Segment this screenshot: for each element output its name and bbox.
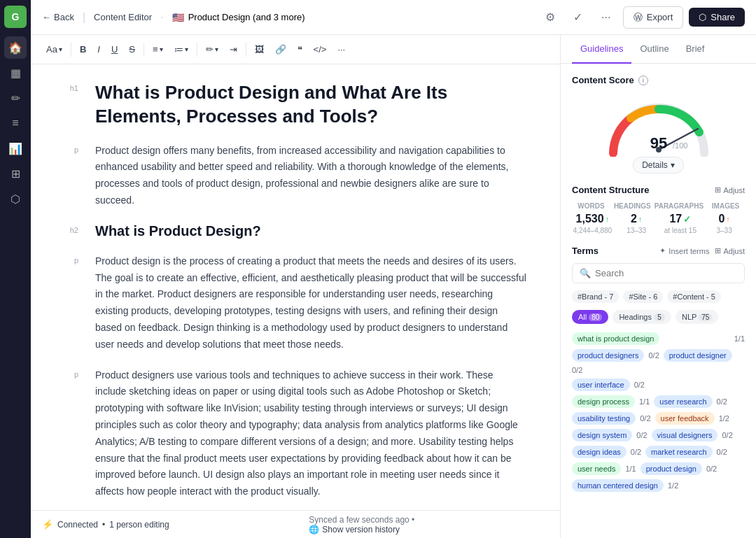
- export-button[interactable]: Ⓦ Export: [623, 6, 684, 29]
- term-tag[interactable]: design ideas: [572, 446, 626, 458]
- sidebar-item-grid[interactable]: ▦: [4, 62, 27, 84]
- svg-text:95: 95: [650, 134, 666, 152]
- p1-content[interactable]: Product design offers many benefits, fro…: [95, 143, 526, 209]
- info-icon[interactable]: i: [638, 76, 648, 85]
- bottom-bar: ⚡ Connected • 1 person editing Synced a …: [31, 510, 560, 538]
- term-row: what is product design 1/1: [572, 332, 745, 345]
- image-btn[interactable]: 🖼: [251, 40, 268, 59]
- list-btn[interactable]: ≔ ▾: [170, 40, 192, 59]
- brand-tag[interactable]: #Brand - 7: [572, 290, 619, 303]
- term-tag[interactable]: product designer: [664, 349, 732, 362]
- app-logo[interactable]: G: [4, 6, 27, 28]
- more-toolbar-btn[interactable]: ···: [333, 40, 349, 59]
- term-tag[interactable]: design process: [572, 395, 635, 408]
- editor-main[interactable]: h1 What is Product Design and What Are I…: [31, 64, 560, 510]
- tab-brief[interactable]: Brief: [678, 35, 713, 64]
- term-tag[interactable]: usability testing: [572, 412, 636, 425]
- share-button[interactable]: ⬡ Share: [689, 8, 745, 27]
- term-tag[interactable]: user research: [654, 395, 712, 408]
- highlight-btn[interactable]: ✏ ▾: [202, 40, 223, 59]
- cs-grid-values: 1,530 ↑ 4,244–4,880 2 ↑ 13–33: [572, 213, 745, 234]
- breadcrumb-text[interactable]: Product Design (and 3 more): [188, 12, 305, 22]
- adjust-icon: ⊞: [715, 185, 721, 194]
- term-count: 1/1: [625, 465, 636, 473]
- bold-btn[interactable]: B: [76, 40, 90, 59]
- sidebar-item-home[interactable]: 🏠: [4, 36, 27, 59]
- term-tag[interactable]: human centered design: [572, 479, 664, 492]
- settings-button[interactable]: ⚙: [539, 6, 561, 29]
- term-tag[interactable]: user feedback: [655, 412, 715, 425]
- term-tag[interactable]: visual designers: [652, 429, 718, 441]
- filter-headings[interactable]: Headings 5: [612, 310, 671, 324]
- more-button[interactable]: ···: [595, 6, 617, 29]
- tab-guidelines[interactable]: Guidelines: [572, 35, 631, 64]
- filter-nlp[interactable]: NLP 75: [676, 310, 718, 324]
- terms-list: what is product design 1/1 product desig…: [572, 332, 745, 492]
- content-structure-section: Content Structure ⊞ Adjust WORDS HEADING…: [572, 185, 745, 234]
- italic-btn[interactable]: I: [93, 40, 104, 59]
- sidebar-item-edit[interactable]: ✏: [4, 87, 27, 109]
- all-badge: 80: [589, 313, 602, 321]
- adjust-button[interactable]: ⊞ Adjust: [715, 185, 745, 194]
- strikethrough-btn[interactable]: S: [125, 40, 139, 59]
- doc-h2-title[interactable]: What is Product Design?: [95, 223, 526, 239]
- font-size-btn[interactable]: Aa ▾: [42, 40, 66, 59]
- nlp-badge: 75: [699, 313, 712, 321]
- sidebar-item-lines[interactable]: ≡: [4, 112, 27, 134]
- doc-p3: Product designers use various tools and …: [95, 367, 526, 500]
- term-count: 0/2: [640, 414, 650, 423]
- sidebar-item-badge[interactable]: ⬡: [4, 187, 27, 210]
- insert-terms-button[interactable]: ✦ Insert terms: [659, 246, 709, 255]
- h1-content[interactable]: What is Product Design and What Are Its …: [95, 81, 526, 129]
- sidebar-item-table[interactable]: ⊞: [4, 162, 27, 185]
- flag-icon: 🇺🇸: [172, 12, 184, 23]
- topbar-divider: |: [83, 11, 85, 24]
- term-tag[interactable]: design system: [572, 429, 632, 441]
- term-count: 0/2: [572, 366, 582, 374]
- term-tag[interactable]: product designers: [572, 349, 644, 362]
- quote-btn[interactable]: ❝: [293, 40, 307, 59]
- details-button[interactable]: Details ▾: [633, 157, 684, 174]
- term-tag[interactable]: user interface: [572, 378, 630, 391]
- underline-btn[interactable]: U: [107, 40, 122, 59]
- terms-adjust-button[interactable]: ⊞ Adjust: [715, 246, 745, 255]
- doc-h1-title[interactable]: What is Product Design and What Are Its …: [95, 81, 526, 129]
- filter-all[interactable]: All 80: [572, 310, 608, 324]
- tab-outline[interactable]: Outline: [631, 35, 677, 64]
- words-value: 1,530 ↑: [572, 213, 613, 225]
- term-count: 1/1: [734, 334, 745, 343]
- check-button[interactable]: ✓: [567, 6, 589, 29]
- term-count: 0/2: [717, 397, 727, 406]
- term-tag[interactable]: what is product design: [572, 332, 659, 345]
- term-tag[interactable]: market research: [645, 446, 712, 458]
- p3-content[interactable]: Product designers use various tools and …: [95, 367, 526, 500]
- p2-section: p Product design is the process of creat…: [64, 253, 526, 353]
- term-row: design process 1/1 user research 0/2: [572, 395, 745, 408]
- term-count: 1/2: [719, 414, 729, 423]
- p2-content[interactable]: Product design is the process of creatin…: [95, 253, 526, 353]
- h1-section: h1 What is Product Design and What Are I…: [64, 81, 526, 129]
- p3-section: p Product designers use various tools an…: [64, 367, 526, 500]
- score-gauge: 95 /100: [603, 94, 715, 157]
- site-tag[interactable]: #Site - 6: [623, 290, 663, 303]
- version-history-link[interactable]: 🌐 Show version history: [309, 525, 414, 535]
- indent-btn[interactable]: ⇥: [225, 40, 241, 59]
- structure-title: Content Structure: [572, 185, 650, 195]
- panel-content: Content Score i: [561, 64, 756, 538]
- headings-value: 2 ↑: [616, 213, 657, 225]
- sidebar-item-chart[interactable]: 📊: [4, 137, 27, 160]
- link-btn[interactable]: 🔗: [271, 40, 290, 59]
- lightning-icon: ⚡: [42, 519, 53, 530]
- h2-content[interactable]: What is Product Design?: [95, 223, 526, 239]
- term-tag[interactable]: user needs: [572, 462, 621, 475]
- back-button[interactable]: ← Back: [42, 12, 74, 22]
- align-btn[interactable]: ≡ ▾: [148, 40, 167, 59]
- terms-search-input[interactable]: [595, 268, 737, 278]
- content-tag[interactable]: #Content - 5: [667, 290, 721, 303]
- code-btn[interactable]: </>: [309, 40, 331, 59]
- h1-label: h1: [64, 81, 78, 92]
- term-tag[interactable]: product design: [640, 462, 702, 475]
- connected-indicator: ⚡ Connected • 1 person editing: [42, 519, 169, 530]
- terms-search-box[interactable]: 🔍: [572, 263, 745, 283]
- topbar: ← Back | Content Editor · 🇺🇸 Product Des…: [31, 0, 756, 35]
